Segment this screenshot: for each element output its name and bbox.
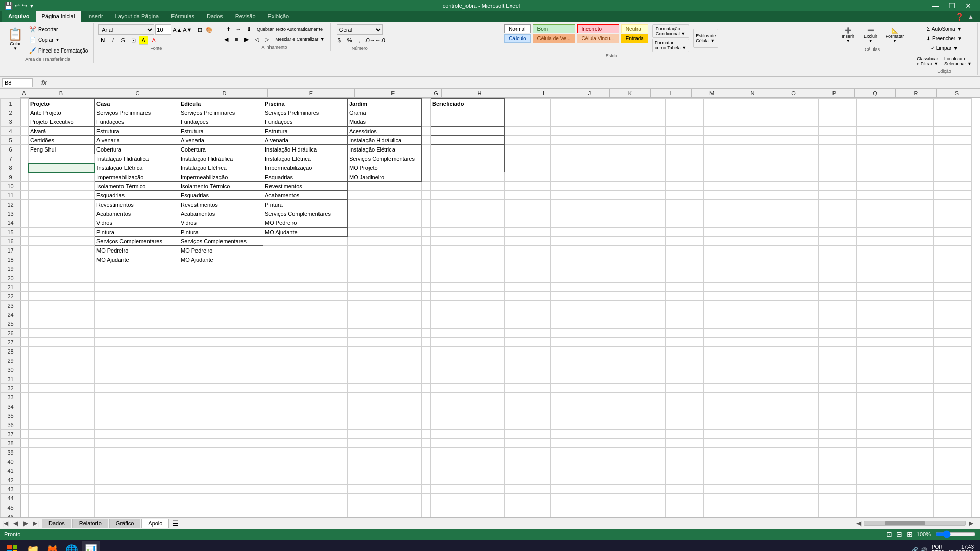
cell-M30[interactable] <box>666 365 704 374</box>
cell-I10[interactable] <box>505 182 551 191</box>
cell-E18[interactable] <box>263 255 348 264</box>
cell-G25[interactable] <box>422 319 431 329</box>
cell-I23[interactable] <box>505 301 551 310</box>
cell-K43[interactable] <box>589 485 627 494</box>
cell-S9[interactable] <box>895 172 934 182</box>
cell-S33[interactable] <box>895 393 934 402</box>
cell-E40[interactable] <box>263 457 348 466</box>
row-number[interactable]: 19 <box>1 264 21 273</box>
cell-I41[interactable] <box>505 466 551 475</box>
cell-J14[interactable] <box>551 218 589 228</box>
cell-O37[interactable] <box>742 430 780 439</box>
cell-F9[interactable]: MO Jardineiro <box>348 172 422 182</box>
cell-O25[interactable] <box>742 319 780 329</box>
cell-L42[interactable] <box>627 475 666 485</box>
cell-T34[interactable] <box>934 402 972 411</box>
cell-D44[interactable] <box>179 494 263 503</box>
align-bottom-button[interactable]: ⬇ <box>244 24 253 34</box>
cell-E3[interactable]: Fundações <box>263 117 348 127</box>
cell-O12[interactable] <box>742 200 780 209</box>
cell-N11[interactable] <box>704 191 742 200</box>
cell-E12[interactable]: Pintura <box>263 200 348 209</box>
cell-C26[interactable] <box>95 329 179 338</box>
cell-B14[interactable] <box>29 218 95 228</box>
align-right-button[interactable]: ▶ <box>242 35 251 44</box>
cell-Q29[interactable] <box>819 356 857 365</box>
cell-H38[interactable] <box>431 439 505 448</box>
cell-J37[interactable] <box>551 430 589 439</box>
cell-L45[interactable] <box>627 503 666 512</box>
cell-N29[interactable] <box>704 356 742 365</box>
cell-G35[interactable] <box>422 411 431 420</box>
cell-R21[interactable] <box>857 283 895 292</box>
cell-M12[interactable] <box>666 200 704 209</box>
cell-L4[interactable] <box>627 127 666 136</box>
cell-R8[interactable] <box>857 163 895 172</box>
cell-L12[interactable] <box>627 200 666 209</box>
cell-A25[interactable] <box>21 319 29 329</box>
cell-K46[interactable] <box>589 512 627 518</box>
cell-P34[interactable] <box>780 402 819 411</box>
cell-C17[interactable]: MO Pedreiro <box>95 246 179 255</box>
cell-O44[interactable] <box>742 494 780 503</box>
cell-N37[interactable] <box>704 430 742 439</box>
cell-T46[interactable] <box>934 512 972 518</box>
cell-I13[interactable] <box>505 209 551 218</box>
cell-C11[interactable]: Esquadrias <box>95 191 179 200</box>
cell-I34[interactable] <box>505 402 551 411</box>
cell-D37[interactable] <box>179 430 263 439</box>
cell-S30[interactable] <box>895 365 934 374</box>
cell-L27[interactable] <box>627 338 666 347</box>
cell-G7[interactable] <box>422 154 431 163</box>
cell-K6[interactable] <box>589 145 627 154</box>
cell-K28[interactable] <box>589 347 627 356</box>
cell-M19[interactable] <box>666 264 704 273</box>
cell-L6[interactable] <box>627 145 666 154</box>
wrap-text-button[interactable]: Quebrar Texto Automaticamente <box>254 24 325 34</box>
row-number[interactable]: 28 <box>1 347 21 356</box>
row-number[interactable]: 16 <box>1 237 21 246</box>
cell-O46[interactable] <box>742 512 780 518</box>
cell-M33[interactable] <box>666 393 704 402</box>
cell-H26[interactable] <box>431 329 505 338</box>
cell-P26[interactable] <box>780 329 819 338</box>
cell-D22[interactable] <box>179 292 263 301</box>
cell-J8[interactable] <box>551 163 589 172</box>
cell-A27[interactable] <box>21 338 29 347</box>
cell-Q13[interactable] <box>819 209 857 218</box>
cell-P16[interactable] <box>780 237 819 246</box>
cell-L39[interactable] <box>627 448 666 457</box>
percent-button[interactable]: % <box>345 36 354 45</box>
cell-C15[interactable]: Pintura <box>95 228 179 237</box>
cell-F31[interactable] <box>348 374 422 384</box>
cell-N22[interactable] <box>704 292 742 301</box>
cell-P2[interactable] <box>780 108 819 117</box>
cell-E44[interactable] <box>263 494 348 503</box>
cell-K15[interactable] <box>589 228 627 237</box>
cell-C7[interactable]: Instalação Hidráulica <box>95 154 179 163</box>
cell-P30[interactable] <box>780 365 819 374</box>
cell-R2[interactable] <box>857 108 895 117</box>
cell-C37[interactable] <box>95 430 179 439</box>
cell-E6[interactable]: Instalação Hidráulica <box>263 145 348 154</box>
cell-D41[interactable] <box>179 466 263 475</box>
cell-I21[interactable] <box>505 283 551 292</box>
cell-L35[interactable] <box>627 411 666 420</box>
cell-E46[interactable] <box>263 512 348 518</box>
cell-M29[interactable] <box>666 356 704 365</box>
cell-A37[interactable] <box>21 430 29 439</box>
row-number[interactable]: 32 <box>1 384 21 393</box>
cell-E34[interactable] <box>263 402 348 411</box>
sheet-nav-next[interactable]: ▶ <box>20 518 31 529</box>
cell-I7[interactable] <box>505 154 551 163</box>
cell-L11[interactable] <box>627 191 666 200</box>
cell-E42[interactable] <box>263 475 348 485</box>
cell-H9[interactable] <box>431 172 505 182</box>
cell-B46[interactable] <box>29 512 95 518</box>
cell-A9[interactable] <box>21 172 29 182</box>
cell-D30[interactable] <box>179 365 263 374</box>
cell-G19[interactable] <box>422 264 431 273</box>
cell-L37[interactable] <box>627 430 666 439</box>
cell-S16[interactable] <box>895 237 934 246</box>
cell-J16[interactable] <box>551 237 589 246</box>
